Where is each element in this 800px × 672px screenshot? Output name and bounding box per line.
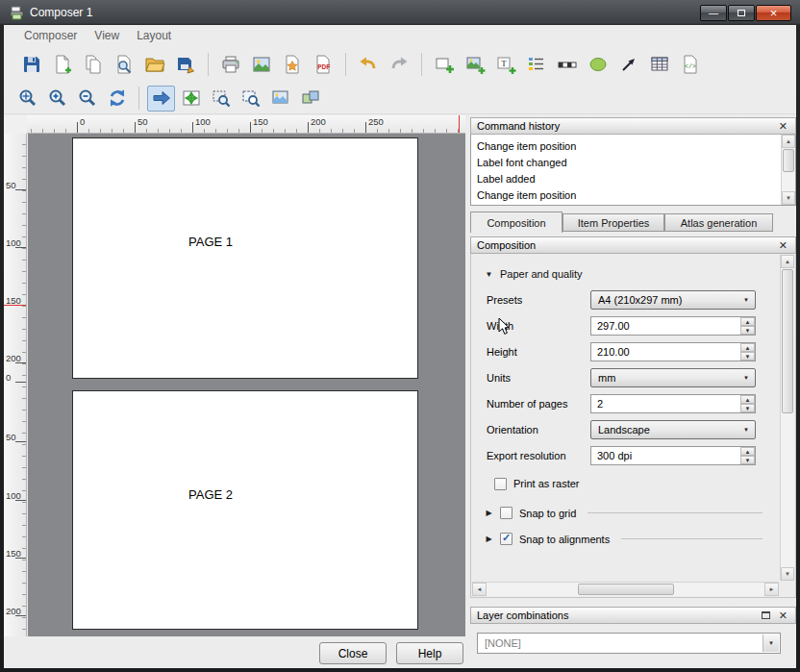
export-pdf-button[interactable]: PDF <box>309 50 338 79</box>
load-template-button[interactable] <box>140 50 169 79</box>
panel-vertical-scrollbar[interactable]: ▲ ▼ <box>780 255 794 581</box>
minimize-button[interactable]: — <box>700 5 727 21</box>
chevron-down-icon[interactable]: ▼ <box>762 635 779 652</box>
scroll-down-icon[interactable]: ▼ <box>782 191 795 205</box>
refresh-view-button[interactable] <box>103 86 131 112</box>
close-panel-icon[interactable]: ✕ <box>777 121 789 132</box>
add-scalebar-icon <box>557 54 578 75</box>
ruler-label: 250 <box>368 116 384 127</box>
snap-to-alignments-checkbox[interactable]: ✓ <box>500 533 512 545</box>
close-panel-icon[interactable]: ✕ <box>777 610 789 621</box>
spin-up-icon[interactable]: ▲ <box>740 317 755 326</box>
tab-composition[interactable]: Composition <box>470 212 562 233</box>
close-window-button[interactable]: × <box>756 5 791 21</box>
add-shape-button[interactable] <box>584 50 612 79</box>
zoom-full-button[interactable] <box>13 86 41 112</box>
add-legend-button[interactable] <box>522 50 551 79</box>
presets-dropdown[interactable]: A4 (210x297 mm) ▼ <box>590 290 756 310</box>
new-page-icon <box>52 54 73 75</box>
page-1-label-item[interactable]: PAGE 1 <box>188 235 233 249</box>
history-item[interactable]: Change item position <box>471 187 795 204</box>
paper-quality-section-header[interactable]: ▼ Paper and quality <box>485 268 583 280</box>
scrollbar-thumb[interactable] <box>783 149 794 172</box>
add-image-button[interactable] <box>461 50 489 79</box>
composer-manager-button[interactable] <box>110 50 138 79</box>
menu-composer[interactable]: Composer <box>15 26 86 45</box>
checkmark-icon: ✓ <box>502 533 511 543</box>
spin-down-icon[interactable]: ▼ <box>740 456 755 464</box>
add-arrow-button[interactable] <box>614 50 643 79</box>
page-2[interactable]: PAGE 2 <box>72 390 418 630</box>
close-panel-icon[interactable]: ✕ <box>777 240 789 251</box>
scroll-right-icon[interactable]: ► <box>764 583 779 596</box>
tab-item-properties[interactable]: Item Properties <box>562 213 664 232</box>
move-item-content-button[interactable] <box>177 86 205 112</box>
zoom-in-button[interactable] <box>43 86 71 112</box>
snap-to-grid-checkbox[interactable] <box>500 507 512 519</box>
scroll-up-icon[interactable]: ▲ <box>781 255 794 268</box>
scrollbar-thumb[interactable] <box>578 584 674 595</box>
history-item[interactable]: Change item position <box>471 138 795 155</box>
add-attribute-table-button[interactable] <box>645 50 674 79</box>
width-spinbox[interactable]: 297.00 ▲▼ <box>590 316 756 336</box>
svg-text:T: T <box>501 59 507 68</box>
page-2-label-item[interactable]: PAGE 2 <box>188 487 233 502</box>
add-label-button[interactable]: T <box>491 50 520 79</box>
add-scalebar-button[interactable] <box>553 50 582 79</box>
spin-down-icon[interactable]: ▼ <box>740 352 755 361</box>
close-button[interactable]: Close <box>319 642 387 664</box>
scroll-left-icon[interactable]: ◄ <box>472 583 487 596</box>
zoom-out-button[interactable] <box>73 86 101 112</box>
maximize-button[interactable] <box>728 5 755 21</box>
print-button[interactable] <box>216 50 245 79</box>
preview-image-button[interactable] <box>266 86 294 112</box>
history-item[interactable]: Label font changed <box>471 155 795 171</box>
orientation-dropdown[interactable]: Landscape ▼ <box>590 420 756 439</box>
add-map-button[interactable] <box>430 50 459 79</box>
presets-label: Presets <box>487 290 522 310</box>
spin-up-icon[interactable]: ▲ <box>740 395 755 404</box>
select-move-item-button[interactable] <box>147 86 175 112</box>
save-project-button[interactable] <box>17 50 46 79</box>
redo-button[interactable] <box>385 50 413 79</box>
units-dropdown[interactable]: mm ▼ <box>590 368 756 387</box>
tab-atlas-generation[interactable]: Atlas generation <box>664 213 773 232</box>
duplicate-composition-button[interactable] <box>79 50 108 79</box>
help-button[interactable]: Help <box>396 642 463 664</box>
spin-up-icon[interactable]: ▲ <box>740 343 755 352</box>
new-composition-button[interactable] <box>48 50 77 79</box>
zoom-to-region-button[interactable] <box>237 86 264 112</box>
zoom-to-item-button[interactable] <box>207 86 235 112</box>
spin-down-icon[interactable]: ▼ <box>740 404 755 412</box>
scroll-down-icon[interactable]: ▼ <box>781 567 794 581</box>
height-spinbox[interactable]: 210.00 ▲▼ <box>590 342 756 361</box>
print-as-raster-checkbox[interactable] <box>494 478 507 490</box>
undo-button[interactable] <box>354 50 383 79</box>
history-scrollbar[interactable]: ▲ ▼ <box>781 135 795 205</box>
history-item[interactable]: Label added <box>471 171 795 187</box>
export-image-button[interactable] <box>247 50 276 79</box>
chevron-down-icon: ▼ <box>743 375 749 381</box>
spin-down-icon[interactable]: ▼ <box>740 326 755 335</box>
add-map-icon <box>434 54 455 75</box>
scroll-up-icon[interactable]: ▲ <box>782 135 795 148</box>
composition-canvas[interactable]: PAGE 1 PAGE 2 <box>28 134 465 636</box>
num-pages-spinbox[interactable]: 2 ▲▼ <box>590 394 756 413</box>
page-1[interactable]: PAGE 1 <box>72 137 418 379</box>
layer-combinations-dropdown[interactable]: [NONE] ▼ <box>477 633 781 654</box>
menu-view[interactable]: View <box>86 26 128 45</box>
expand-triangle-icon[interactable]: ▶ <box>485 509 493 517</box>
save-template-button[interactable] <box>171 50 200 79</box>
menu-layout[interactable]: Layout <box>128 26 180 45</box>
add-html-button[interactable]: </> <box>676 50 705 79</box>
spin-up-icon[interactable]: ▲ <box>740 447 755 456</box>
expand-triangle-icon[interactable]: ▶ <box>485 535 493 543</box>
scrollbar-thumb[interactable] <box>782 269 793 413</box>
export-resolution-spinbox[interactable]: 300 dpi ▲▼ <box>590 446 756 465</box>
group-items-button[interactable] <box>296 86 324 112</box>
float-panel-icon[interactable] <box>762 611 770 619</box>
pdf-icon: PDF <box>312 54 334 75</box>
export-svg-button[interactable] <box>278 50 307 79</box>
num-pages-value: 2 <box>597 398 603 410</box>
panel-horizontal-scrollbar[interactable]: ◄ ► <box>472 582 779 596</box>
